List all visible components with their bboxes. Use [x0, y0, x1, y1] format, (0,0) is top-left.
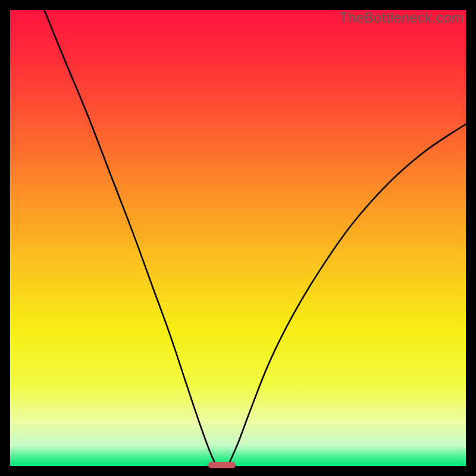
watermark-text: TheBottleneck.com [339, 10, 464, 26]
optimum-marker [208, 462, 236, 468]
plot-frame: TheBottleneck.com [10, 10, 466, 466]
bottleneck-curves [10, 10, 466, 466]
curve-left [44, 10, 215, 464]
curve-right [229, 124, 466, 464]
